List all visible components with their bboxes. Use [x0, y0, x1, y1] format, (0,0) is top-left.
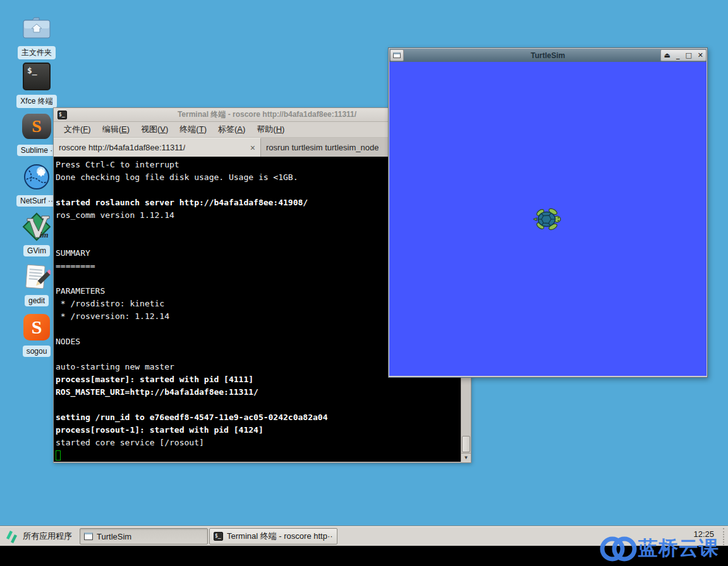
desktop-icon-label: GVim	[23, 245, 50, 256]
terminal-line: process[rosout-1]: started with pid [412…	[56, 424, 461, 437]
desktop-icon-label: NetSurf ··	[16, 195, 57, 207]
gedit-icon	[21, 262, 52, 292]
taskbar-item-label: TurtleSim	[97, 532, 131, 541]
taskbar: 所有应用程序 TurtleSim $_ Terminal 终端 - roscor…	[0, 526, 728, 546]
terminal-line: setting /run_id to e76eedf8-4547-11e9-ac…	[56, 411, 461, 424]
turtlesim-titlebar[interactable]: TurtleSim ⏏ _ □ ✕	[389, 49, 707, 62]
tab-label: roscore http://b4afa1daf8ee:11311/	[59, 143, 185, 152]
menu-tabs[interactable]: 标签(A)	[213, 122, 250, 137]
taskbar-item-terminal[interactable]: $_ Terminal 终端 - roscore http···	[209, 528, 337, 545]
menu-view[interactable]: 视图(V)	[136, 122, 173, 137]
menu-terminal[interactable]: 终端(T)	[174, 122, 212, 137]
desktop: 主文件夹 $_ Xfce 终端 S Sublime ·	[0, 0, 728, 526]
terminal-window-icon: $_	[58, 111, 67, 119]
turtlesim-canvas	[389, 62, 707, 376]
sublime-icon: S	[21, 111, 52, 142]
clock[interactable]: 12:25	[693, 527, 723, 539]
turtlesim-window: TurtleSim ⏏ _ □ ✕	[388, 47, 708, 378]
tab-label: rosrun turtlesim turtlesim_node	[266, 143, 379, 152]
window-icon	[84, 533, 93, 540]
terminal-icon: $_	[214, 532, 223, 541]
tab-roscore[interactable]: roscore http://b4afa1daf8ee:11311/ ×	[54, 138, 261, 157]
applications-menu-label: 所有应用程序	[23, 531, 72, 542]
menu-help[interactable]: 帮助(H)	[252, 122, 289, 137]
desktop-icon-label: gedit	[25, 295, 49, 306]
desktop-icon-label: Sublime ·	[17, 145, 57, 156]
desktop-icon-label: 主文件夹	[18, 46, 56, 59]
menu-edit[interactable]: 编辑(E)	[97, 122, 135, 137]
terminal-line	[56, 449, 461, 462]
menu-file[interactable]: 文件(F)	[59, 122, 96, 137]
screen: 主文件夹 $_ Xfce 终端 S Sublime ·	[0, 0, 728, 566]
terminal-cursor	[56, 450, 61, 461]
gvim-icon: im	[21, 212, 52, 242]
netsurf-icon	[21, 162, 52, 192]
home-folder-icon	[21, 13, 52, 43]
terminal-line	[56, 399, 461, 411]
screen-bottom-strip	[0, 546, 728, 566]
terminal-line: started core service [/rosout]	[56, 437, 461, 449]
desktop-icon-label: Xfce 终端	[16, 95, 56, 108]
lanqiao-logo-icon	[5, 529, 18, 543]
turtle-sprite	[533, 207, 561, 234]
panel-handle[interactable]	[723, 528, 727, 545]
desktop-icon-home-folder[interactable]: 主文件夹	[6, 13, 67, 59]
applications-menu-button[interactable]: 所有应用程序	[0, 528, 80, 545]
sogou-icon: S	[21, 312, 52, 342]
tab-close-icon[interactable]: ×	[206, 143, 255, 153]
taskbar-item-label: Terminal 终端 - roscore http···	[227, 531, 333, 542]
taskbar-item-turtlesim[interactable]: TurtleSim	[80, 528, 208, 545]
desktop-icon-label: sogou	[23, 346, 51, 357]
scrollbar-down-icon[interactable]: ▼	[461, 453, 471, 462]
desktop-icon-xfce-terminal[interactable]: $_ Xfce 终端	[6, 61, 67, 108]
terminal-line: ROS_MASTER_URI=http://b4afa1daf8ee:11311…	[56, 386, 461, 399]
svg-text:im: im	[40, 230, 49, 239]
turtlesim-window-title: TurtleSim	[389, 51, 707, 60]
terminal-icon: $_	[21, 61, 52, 92]
scrollbar-thumb[interactable]	[462, 436, 470, 452]
